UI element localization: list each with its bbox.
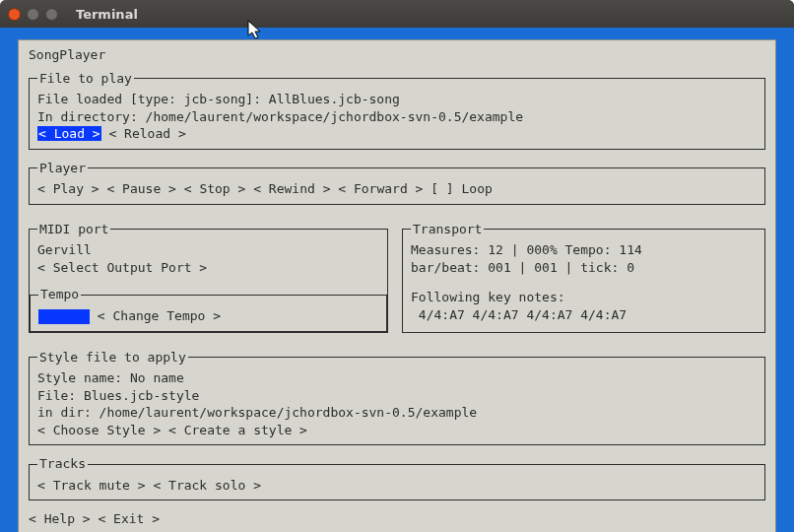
style-legend: Style file to apply — [37, 349, 188, 366]
transport-measures-line: Measures: 12 | 000% Tempo: 114 — [411, 241, 757, 259]
style-dir-line: in dir: /home/laurent/workspace/jchordbo… — [37, 404, 757, 422]
style-name-line: Style name: No name — [37, 369, 757, 387]
player-group: Player < Play > < Pause > < Stop > < Rew… — [29, 160, 765, 205]
player-legend: Player — [37, 160, 88, 177]
key-notes: 4/4:A7 4/4:A7 4/4:A7 4/4:A7 — [411, 306, 757, 324]
file-to-play-group: File to play File loaded [type: jcb-song… — [29, 70, 765, 150]
minimize-icon[interactable] — [27, 8, 39, 21]
play-button[interactable]: < Play > — [37, 181, 99, 196]
app-title: SongPlayer — [29, 46, 765, 64]
change-tempo-button[interactable]: < Change Tempo > — [98, 308, 221, 323]
midi-legend: MIDI port — [37, 221, 110, 238]
forward-button[interactable]: < Forward > — [338, 181, 423, 196]
pause-button[interactable]: < Pause > — [106, 181, 175, 196]
midi-port-group: MIDI port Gervill < Select Output Port >… — [29, 221, 388, 333]
style-group: Style file to apply Style name: No name … — [29, 349, 765, 446]
terminal-client: SongPlayer File to play File loaded [typ… — [0, 28, 794, 532]
exit-button[interactable]: < Exit > — [98, 511, 160, 526]
style-file-line: File: Blues.jcb-style — [37, 387, 757, 405]
reload-button[interactable]: < Reload > — [108, 126, 185, 141]
key-notes-header: Following key notes: — [411, 289, 757, 306]
track-solo-button[interactable]: < Track solo > — [153, 478, 261, 493]
close-icon[interactable] — [8, 8, 21, 21]
tempo-input[interactable] — [38, 309, 90, 324]
window-buttons — [8, 8, 58, 21]
file-loaded-line: File loaded [type: jcb-song]: AllBlues.j… — [37, 91, 757, 108]
maximize-icon[interactable] — [45, 8, 58, 21]
tempo-legend: Tempo — [38, 286, 81, 303]
rewind-button[interactable]: < Rewind > — [253, 181, 330, 196]
load-button[interactable]: < Load > — [37, 126, 101, 141]
select-output-port-button[interactable]: < Select Output Port > — [37, 260, 207, 275]
window-title: Terminal — [76, 7, 138, 22]
stop-button[interactable]: < Stop > — [184, 181, 246, 196]
tracks-group: Tracks < Track mute > < Track solo > — [29, 455, 765, 500]
transport-barbeat-line: bar/beat: 001 | 001 | tick: 0 — [411, 259, 757, 277]
tempo-group: Tempo < Change Tempo > — [30, 286, 387, 331]
terminal-window: Terminal SongPlayer File to play File lo… — [0, 0, 794, 532]
file-dir-line: In directory: /home/laurent/workspace/jc… — [37, 108, 757, 126]
footer: < Help > < Exit > — [29, 510, 765, 528]
help-button[interactable]: < Help > — [29, 511, 91, 526]
create-style-button[interactable]: < Create a style > — [168, 423, 307, 437]
songplayer-panel: SongPlayer File to play File loaded [typ… — [18, 39, 776, 532]
file-to-play-legend: File to play — [37, 70, 134, 88]
choose-style-button[interactable]: < Choose Style > — [37, 423, 161, 437]
spacer — [411, 276, 757, 289]
midi-device: Gervill — [37, 241, 379, 259]
track-mute-button[interactable]: < Track mute > — [37, 478, 146, 493]
transport-legend: Transport — [411, 221, 484, 238]
tracks-legend: Tracks — [37, 455, 88, 473]
loop-checkbox[interactable]: [ ] Loop — [430, 181, 493, 196]
transport-group: Transport Measures: 12 | 000% Tempo: 114… — [402, 221, 765, 333]
titlebar[interactable]: Terminal — [0, 0, 794, 28]
